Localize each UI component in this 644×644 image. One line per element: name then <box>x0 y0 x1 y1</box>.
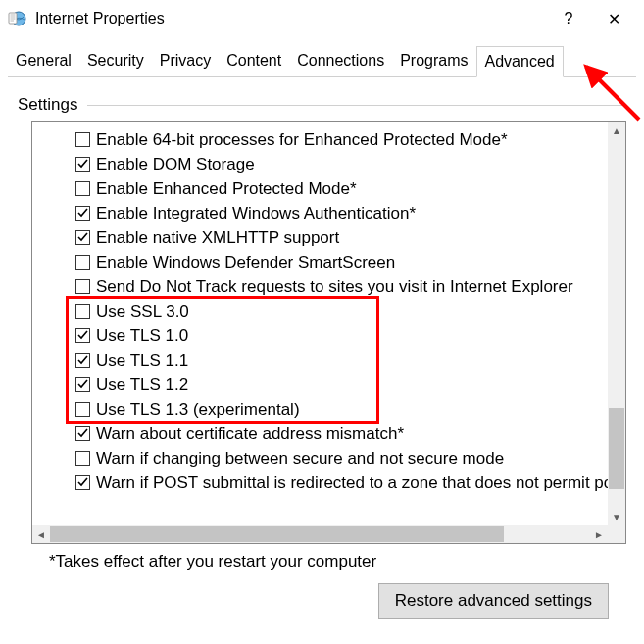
setting-row[interactable]: Warn if POST submittal is redirected to … <box>32 471 608 495</box>
titlebar: Internet Properties ? ✕ <box>0 0 644 37</box>
checkbox[interactable] <box>75 402 90 417</box>
checkbox[interactable] <box>75 206 90 221</box>
scroll-right-icon[interactable]: ► <box>590 529 608 540</box>
tab-programs[interactable]: Programs <box>392 46 475 77</box>
setting-row[interactable]: Use TLS 1.1 <box>32 348 608 372</box>
setting-label: Enable 64-bit processes for Enhanced Pro… <box>96 130 508 150</box>
tab-security[interactable]: Security <box>79 46 152 77</box>
setting-row[interactable]: Use TLS 1.2 <box>32 372 608 397</box>
setting-row[interactable]: Enable 64-bit processes for Enhanced Pro… <box>32 127 608 152</box>
checkbox[interactable] <box>75 353 90 368</box>
setting-label: Enable Enhanced Protected Mode* <box>96 179 357 199</box>
setting-row[interactable]: Enable Windows Defender SmartScreen <box>32 250 608 274</box>
setting-label: Use TLS 1.3 (experimental) <box>96 400 300 420</box>
setting-row[interactable]: Send Do Not Track requests to sites you … <box>32 274 608 299</box>
checkbox[interactable] <box>75 426 90 441</box>
tab-privacy[interactable]: Privacy <box>152 46 219 77</box>
horizontal-scroll-track[interactable] <box>50 525 590 543</box>
setting-row[interactable]: Warn if changing between secure and not … <box>32 446 608 471</box>
scroll-down-icon[interactable]: ▼ <box>608 508 625 525</box>
checkbox[interactable] <box>75 255 90 270</box>
setting-row[interactable]: Enable Integrated Windows Authentication… <box>32 201 608 225</box>
setting-label: Enable Windows Defender SmartScreen <box>96 253 395 272</box>
checkbox[interactable] <box>75 304 90 319</box>
settings-listbox: Enable 64-bit processes for Enhanced Pro… <box>31 121 626 544</box>
checkbox[interactable] <box>75 230 90 245</box>
setting-label: Send Do Not Track requests to sites you … <box>96 277 573 297</box>
setting-row[interactable]: Enable DOM Storage <box>32 152 608 176</box>
setting-label: Use SSL 3.0 <box>96 302 189 322</box>
close-button[interactable]: ✕ <box>591 3 636 34</box>
setting-row[interactable]: Enable Enhanced Protected Mode* <box>32 176 608 201</box>
checkbox[interactable] <box>75 279 90 294</box>
group-divider <box>87 105 626 106</box>
tab-content[interactable]: Content <box>219 46 289 77</box>
setting-label: Enable native XMLHTTP support <box>96 228 339 248</box>
window-title: Internet Properties <box>35 10 546 27</box>
scroll-left-icon[interactable]: ◄ <box>32 529 50 540</box>
vertical-scroll-thumb[interactable] <box>609 408 624 489</box>
setting-row[interactable]: Use TLS 1.0 <box>32 323 608 348</box>
tab-advanced[interactable]: Advanced <box>476 46 564 77</box>
checkbox[interactable] <box>75 132 90 147</box>
vertical-scroll-track[interactable] <box>608 139 625 508</box>
setting-row[interactable]: Use SSL 3.0 <box>32 299 608 323</box>
group-title: Settings <box>18 95 77 115</box>
checkbox[interactable] <box>75 181 90 196</box>
setting-row[interactable]: Use TLS 1.3 (experimental) <box>32 397 608 421</box>
setting-label: Use TLS 1.1 <box>96 351 188 371</box>
scroll-corner <box>608 525 625 543</box>
setting-label: Warn if POST submittal is redirected to … <box>96 473 608 493</box>
vertical-scrollbar[interactable]: ▲ ▼ <box>608 122 625 525</box>
checkbox[interactable] <box>75 475 90 490</box>
tab-bar: GeneralSecurityPrivacyContentConnections… <box>8 45 636 77</box>
setting-label: Use TLS 1.2 <box>96 375 188 395</box>
settings-group: Settings Enable 64-bit processes for Enh… <box>18 95 626 571</box>
restore-advanced-settings-button[interactable]: Restore advanced settings <box>378 583 609 619</box>
checkbox[interactable] <box>75 157 90 172</box>
setting-label: Use TLS 1.0 <box>96 326 188 346</box>
setting-row[interactable]: Warn about certificate address mismatch* <box>32 421 608 446</box>
checkbox[interactable] <box>75 451 90 466</box>
tab-connections[interactable]: Connections <box>289 46 392 77</box>
internet-options-icon <box>8 9 27 28</box>
setting-label: Warn if changing between secure and not … <box>96 449 504 469</box>
horizontal-scroll-thumb[interactable] <box>50 526 504 542</box>
checkbox[interactable] <box>75 377 90 392</box>
checkbox[interactable] <box>75 328 90 343</box>
horizontal-scrollbar[interactable]: ◄ ► <box>32 525 608 543</box>
help-button[interactable]: ? <box>546 3 591 34</box>
setting-label: Warn about certificate address mismatch* <box>96 424 404 444</box>
tab-general[interactable]: General <box>8 46 79 77</box>
setting-label: Enable DOM Storage <box>96 155 255 174</box>
footer-note: *Takes effect after you restart your com… <box>49 552 626 571</box>
setting-row[interactable]: Enable native XMLHTTP support <box>32 225 608 250</box>
scroll-up-icon[interactable]: ▲ <box>608 122 625 139</box>
setting-label: Enable Integrated Windows Authentication… <box>96 204 416 223</box>
